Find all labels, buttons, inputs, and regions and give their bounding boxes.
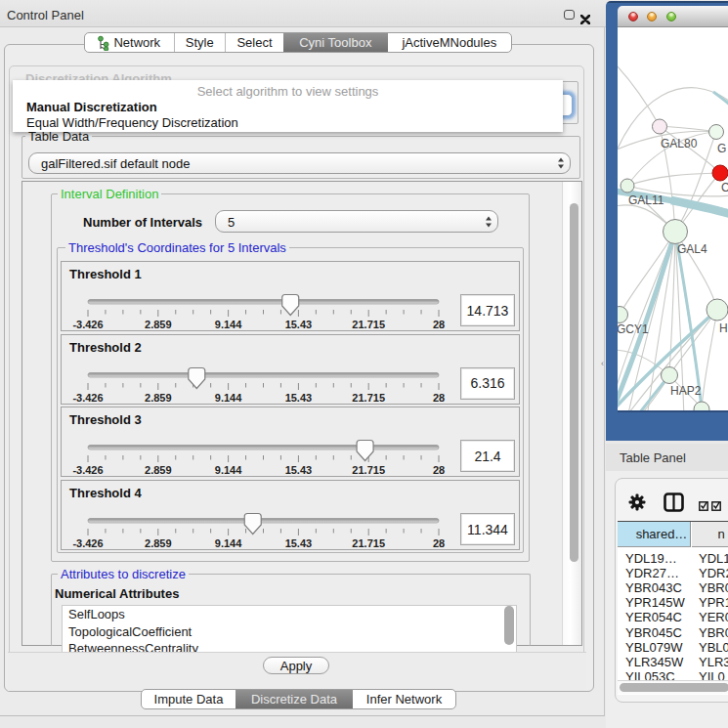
svg-text:9.144: 9.144 bbox=[215, 392, 242, 404]
svg-text:HAP2: HAP2 bbox=[670, 384, 702, 398]
svg-text:9.144: 9.144 bbox=[215, 319, 242, 330]
svg-text:H: H bbox=[719, 321, 728, 335]
svg-text:21.715: 21.715 bbox=[352, 464, 385, 476]
svg-text:GAL4: GAL4 bbox=[677, 242, 707, 256]
svg-text:2.859: 2.859 bbox=[145, 319, 172, 330]
svg-text:15.43: 15.43 bbox=[285, 464, 313, 476]
svg-text:9.144: 9.144 bbox=[215, 464, 242, 476]
svg-text:GCY1: GCY1 bbox=[618, 322, 649, 336]
svg-text:15.43: 15.43 bbox=[285, 392, 313, 404]
svg-text:-3.426: -3.426 bbox=[72, 464, 103, 476]
svg-text:2.859: 2.859 bbox=[145, 464, 172, 476]
svg-text:2.859: 2.859 bbox=[145, 537, 172, 549]
svg-text:21.715: 21.715 bbox=[352, 392, 385, 404]
svg-text:28: 28 bbox=[433, 537, 445, 549]
svg-text:C: C bbox=[721, 181, 728, 194]
svg-text:-3.426: -3.426 bbox=[72, 537, 103, 549]
svg-text:28: 28 bbox=[433, 319, 445, 330]
svg-text:21.715: 21.715 bbox=[352, 319, 385, 330]
svg-text:15.43: 15.43 bbox=[285, 537, 313, 549]
svg-text:GAL11: GAL11 bbox=[628, 193, 664, 207]
svg-text:GAL80: GAL80 bbox=[661, 137, 698, 150]
svg-text:2.859: 2.859 bbox=[145, 392, 172, 404]
svg-text:-3.426: -3.426 bbox=[72, 392, 103, 404]
svg-text:-3.426: -3.426 bbox=[72, 319, 103, 330]
svg-text:G: G bbox=[717, 142, 726, 155]
svg-text:21.715: 21.715 bbox=[352, 537, 385, 549]
svg-text:9.144: 9.144 bbox=[215, 537, 242, 549]
svg-text:28: 28 bbox=[433, 464, 445, 476]
svg-text:28: 28 bbox=[433, 392, 445, 404]
svg-text:15.43: 15.43 bbox=[285, 319, 313, 330]
